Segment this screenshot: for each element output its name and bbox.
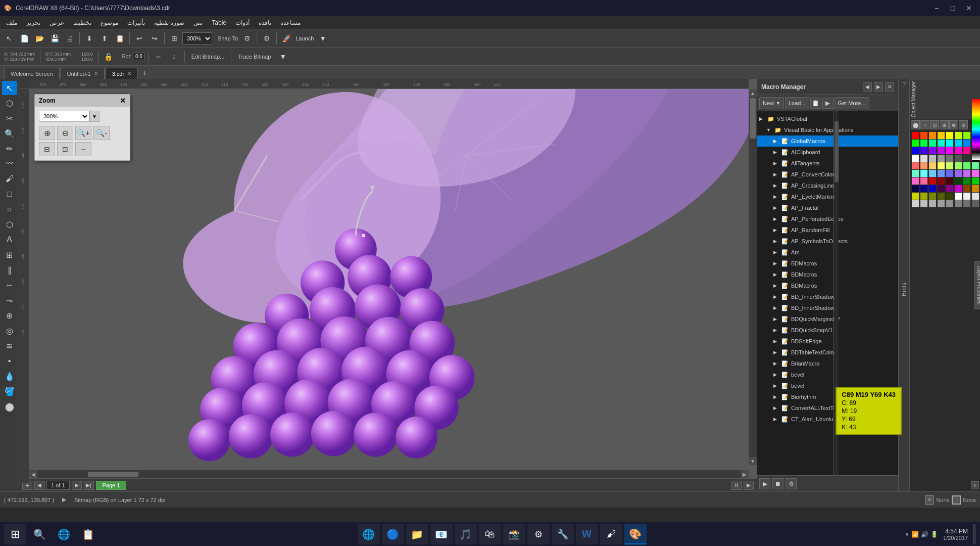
color-swatch-59[interactable]: [938, 185, 945, 192]
macro-new-btn[interactable]: New ▼: [759, 97, 784, 109]
tree-item-apperf[interactable]: ▶ 📝 AP_PerforatedEdges: [757, 213, 898, 224]
color-swatch-79[interactable]: [972, 200, 979, 207]
tree-item-bdtable[interactable]: ▶ 📝 BDTableTextColour: [757, 347, 898, 358]
color-swatch-72[interactable]: [912, 200, 919, 207]
menu-layout[interactable]: تخطيط: [69, 17, 95, 28]
open-btn[interactable]: 📂: [32, 31, 46, 46]
shadow-tool[interactable]: ▪: [2, 354, 17, 368]
node-tool[interactable]: ⬡: [2, 96, 17, 110]
contour-tool[interactable]: ◎: [2, 324, 17, 338]
taskbar-app-chrome[interactable]: 🌐: [358, 524, 380, 544]
vscroll-up-btn[interactable]: ▲: [749, 89, 757, 97]
distort-tool[interactable]: ≋: [2, 339, 17, 353]
taskbar-app-store[interactable]: 🛍: [479, 524, 501, 544]
color-tool-3[interactable]: ◎: [930, 120, 939, 129]
menu-window[interactable]: نافذة: [255, 17, 275, 28]
hints-icon[interactable]: ?: [902, 81, 906, 88]
menu-help[interactable]: مساعدة: [276, 17, 305, 28]
color-swatch-33[interactable]: [920, 162, 927, 169]
tree-item-apsym[interactable]: ▶ 📝 AP_SymbolsToObjects: [757, 236, 898, 247]
tab-untitled[interactable]: Untitled-1 ✕: [61, 68, 105, 79]
taskbar-app-corel[interactable]: 🎨: [624, 524, 647, 544]
color-swatch-5[interactable]: [955, 132, 962, 139]
tree-item-bdinner2[interactable]: ▶ 📝 BD_InnerShadow: [757, 302, 898, 313]
color-swatch-54[interactable]: [963, 177, 970, 185]
color-swatch-38[interactable]: [963, 162, 970, 169]
tab-3cdr-close[interactable]: ✕: [127, 71, 131, 76]
color-swatch-55[interactable]: [972, 177, 979, 185]
macro-run-btn[interactable]: ▶: [759, 478, 770, 489]
color-swatch-9[interactable]: [920, 140, 927, 147]
crop-tool[interactable]: ✂: [2, 111, 17, 125]
color-swatch-13[interactable]: [955, 140, 962, 147]
color-swatch-52[interactable]: [946, 177, 953, 185]
canvas-hscroll[interactable]: ◀ ▶: [29, 470, 749, 478]
tray-network[interactable]: 📶: [911, 531, 919, 538]
color-swatch-16[interactable]: [912, 147, 919, 154]
color-swatch-74[interactable]: [929, 200, 936, 207]
snap-settings-btn[interactable]: ⚙: [240, 31, 254, 46]
smart-fill-tool[interactable]: ⬤: [2, 399, 17, 414]
tree-item-alltang[interactable]: ▶ 📝 AllTangents: [757, 158, 898, 169]
tab-untitled-close[interactable]: ✕: [94, 71, 98, 76]
lock-ratio-btn[interactable]: 🔒: [102, 50, 116, 64]
tree-item-vba[interactable]: ▼ 📁 Visual Basic for Applications: [757, 124, 898, 135]
selection-tool[interactable]: ↖: [2, 81, 17, 95]
tree-item-bdquick[interactable]: ▶ 📝 BDQuickMarginsFP: [757, 313, 898, 325]
window-controls[interactable]: − □ ✕: [929, 3, 976, 13]
close-button[interactable]: ✕: [962, 3, 976, 13]
color-swatch-18[interactable]: [929, 147, 936, 154]
color-tool-2[interactable]: ○: [920, 120, 929, 129]
macro-load-btn[interactable]: Load...: [785, 97, 809, 109]
page-tab-label[interactable]: Page 1: [96, 481, 127, 490]
zoom-page-btn[interactable]: ⊟: [39, 142, 55, 156]
tray-sound[interactable]: 🔊: [921, 531, 928, 538]
macro-get-more-btn[interactable]: Get More...: [835, 97, 869, 109]
system-clock[interactable]: 4:54 PM 1/20/2017: [941, 528, 970, 541]
color-swatch-48[interactable]: [912, 177, 919, 185]
tree-item-bdinner1[interactable]: ▶ 📝 BD_InnerShadow: [757, 291, 898, 302]
color-swatch-24[interactable]: [912, 155, 919, 162]
color-swatch-14[interactable]: [963, 140, 970, 147]
color-swatch-57[interactable]: [920, 185, 927, 192]
color-swatch-12[interactable]: [946, 140, 953, 147]
color-swatch-30[interactable]: [963, 155, 970, 162]
zoom-dropdown-arrow[interactable]: ▼: [89, 111, 100, 122]
fill-tool[interactable]: 🪣: [2, 384, 17, 398]
color-swatch-64[interactable]: [912, 193, 919, 200]
color-swatch-65[interactable]: [920, 193, 927, 200]
search-button[interactable]: 🔍: [28, 524, 51, 544]
options-btn[interactable]: ⚙: [260, 31, 274, 46]
select-tool-btn[interactable]: ↖: [2, 31, 16, 46]
zoom-out-alt-btn[interactable]: 🔍-: [93, 126, 110, 140]
color-tool-6[interactable]: ⊘: [959, 120, 968, 129]
color-swatch-1[interactable]: [920, 132, 927, 139]
color-swatch-56[interactable]: [912, 185, 919, 192]
trace-arrow-btn[interactable]: ▼: [276, 50, 290, 64]
menu-bitmap[interactable]: صورة نقطية: [150, 17, 188, 28]
color-swatch-36[interactable]: [946, 162, 953, 169]
smart-draw-tool[interactable]: 〰: [2, 157, 17, 171]
color-swatch-0[interactable]: [912, 132, 919, 139]
taskbar-app-settings[interactable]: ⚙: [527, 524, 550, 544]
vscroll-down-btn[interactable]: ▼: [749, 457, 757, 465]
minimize-button[interactable]: −: [929, 3, 944, 13]
color-swatch-4[interactable]: [946, 132, 953, 139]
color-swatch-17[interactable]: [920, 147, 927, 154]
color-swatch-53[interactable]: [955, 177, 962, 185]
color-swatch-47[interactable]: [972, 170, 979, 177]
color-swatch-78[interactable]: [963, 200, 970, 207]
stroke-color-btn[interactable]: [952, 495, 961, 505]
fill-color-btn[interactable]: ✕: [925, 495, 934, 505]
task-view-button[interactable]: 📋: [77, 524, 99, 544]
tray-battery[interactable]: 🔋: [930, 531, 938, 538]
color-swatch-6[interactable]: [963, 132, 970, 139]
color-swatch-35[interactable]: [938, 162, 945, 169]
tree-item-bdsoft[interactable]: ▶ 📝 BDSoftEdge: [757, 336, 898, 347]
color-swatch-28[interactable]: [946, 155, 953, 162]
zoom-fit-btn[interactable]: ⊡: [57, 142, 73, 156]
ellipse-tool[interactable]: ○: [2, 202, 17, 216]
color-swatch-69[interactable]: [955, 193, 962, 200]
menu-table[interactable]: Table: [208, 17, 230, 28]
tree-item-bevel1[interactable]: ▶ 📝 bevel: [757, 369, 898, 380]
